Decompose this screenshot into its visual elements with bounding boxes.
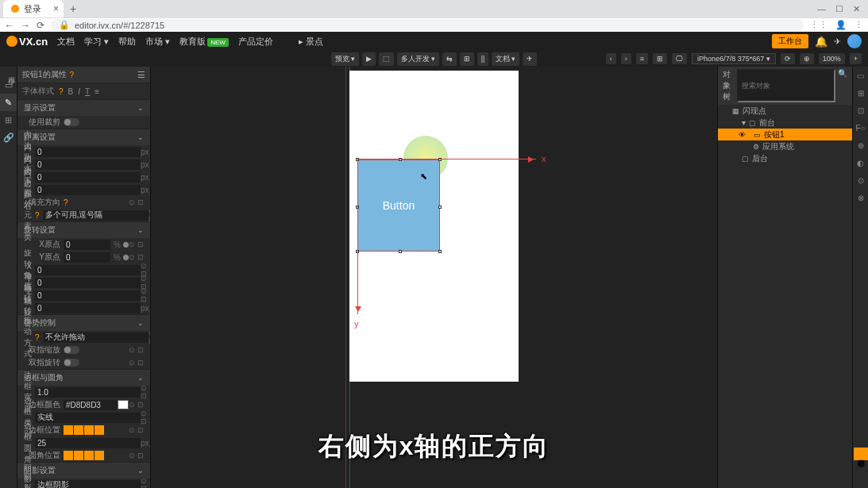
help-icon[interactable]: ? <box>35 333 40 342</box>
tree-node-frontend[interactable]: ▾▢前台 <box>718 117 852 129</box>
back-icon[interactable]: ← <box>5 20 14 31</box>
url-input[interactable]: 🔒 editor.ivx.cn/#/1228715 <box>51 19 804 31</box>
slider-x[interactable] <box>123 242 129 248</box>
input-border-type[interactable] <box>35 413 141 423</box>
input-shadow-type[interactable] <box>35 480 141 489</box>
toggle-twist[interactable] <box>64 359 79 367</box>
button-element[interactable]: Button <box>357 159 440 252</box>
section-distance[interactable]: 距离设置⌄ <box>17 129 150 145</box>
slider-y[interactable] <box>123 255 129 260</box>
rtool-8[interactable]: ⊗ <box>853 189 868 206</box>
bold-icon[interactable]: B <box>68 87 74 96</box>
play-icon[interactable]: ▶ <box>362 52 376 66</box>
help-icon[interactable]: ? <box>35 211 40 220</box>
input-rotate[interactable] <box>35 265 141 275</box>
bars-icon[interactable]: || <box>477 52 489 66</box>
paper-plane-icon[interactable]: ✈ <box>834 37 841 47</box>
tool-component[interactable]: ⊞ <box>0 111 17 129</box>
input-pad-left[interactable] <box>35 172 141 183</box>
input-x-origin[interactable] <box>64 240 110 250</box>
add-icon[interactable]: + <box>850 53 862 64</box>
bell-icon[interactable]: 🔔 <box>815 36 827 48</box>
app-logo[interactable]: VX.cn <box>6 36 48 48</box>
menu-help[interactable]: 帮助 <box>118 36 136 48</box>
rtool-1[interactable]: ▭ <box>853 67 868 84</box>
refresh-icon[interactable]: ⟳ <box>781 53 795 64</box>
menu-docs[interactable]: 文档 <box>57 36 75 48</box>
close-icon[interactable]: × <box>53 3 59 14</box>
target-icon[interactable]: ⊕ <box>800 53 814 64</box>
input-rot-y[interactable] <box>35 290 141 301</box>
help-center-button[interactable]: 帮助中心 <box>854 448 868 460</box>
rtool-2[interactable]: ⊞ <box>853 84 868 102</box>
section-rotate[interactable]: 旋转设置⌄ <box>17 221 150 238</box>
menu-market[interactable]: 市场 ▾ <box>145 36 170 48</box>
tree-node-button1[interactable]: 👁▭按钮1 <box>718 129 852 140</box>
input-pad-bottom[interactable] <box>35 159 141 170</box>
tool-select[interactable]: ▭ <box>0 76 17 94</box>
input-extra-class[interactable] <box>43 210 149 221</box>
input-rot-x[interactable] <box>35 278 141 288</box>
search-icon[interactable]: 🔍 <box>835 69 850 102</box>
input-y-origin[interactable] <box>64 252 110 263</box>
align-icon[interactable]: ≡ <box>636 53 648 64</box>
new-tab-button[interactable]: + <box>70 2 76 15</box>
section-border[interactable]: 边框与圆角⌄ <box>17 369 150 386</box>
docs-button[interactable]: 文档 ▾ <box>492 52 519 66</box>
rtool-3[interactable]: ⊡ <box>853 102 868 119</box>
nav-right-icon[interactable]: › <box>621 53 631 64</box>
help-icon[interactable]: ? <box>64 198 68 207</box>
grid-icon[interactable]: ⊞ <box>460 52 474 66</box>
zoom-display[interactable]: 100% <box>819 53 845 64</box>
maximize-icon[interactable]: ☐ <box>835 4 843 14</box>
extensions-icon[interactable]: ⋮⋮ <box>810 20 827 30</box>
nav-left-icon[interactable]: ‹ <box>606 53 616 64</box>
italic-icon[interactable]: I <box>78 87 80 96</box>
input-drag[interactable] <box>43 332 149 343</box>
hamburger-icon[interactable]: ☰ <box>137 70 145 80</box>
resize-handle[interactable] <box>399 250 402 253</box>
send-icon[interactable]: ✈ <box>523 52 537 66</box>
border-pos-group[interactable] <box>64 425 104 435</box>
avatar[interactable] <box>847 34 862 48</box>
input-rot-z[interactable] <box>35 303 141 313</box>
layout-icon[interactable]: ⊞ <box>653 53 667 64</box>
toggle-clip[interactable] <box>64 118 79 126</box>
help-icon[interactable]: ? <box>70 71 75 79</box>
menu-pricing[interactable]: 产品定价 <box>238 36 273 48</box>
rtool-5[interactable]: ⊕ <box>853 136 868 154</box>
underline-icon[interactable]: T <box>85 87 90 96</box>
input-border-w[interactable] <box>35 387 141 398</box>
section-gesture[interactable]: 手势控制⌄ <box>17 314 150 331</box>
canvas[interactable]: Button x y ⬉ <box>151 67 717 488</box>
menu-edu[interactable]: 教育版NEW <box>179 36 229 48</box>
browser-tab[interactable]: 登录 × <box>3 0 64 17</box>
tool-edit[interactable]: ✎ <box>0 94 17 111</box>
tree-node-system[interactable]: ⚙应用系统 <box>718 140 852 152</box>
swap-icon[interactable]: ⇆ <box>442 52 457 66</box>
input-pad-top[interactable] <box>35 147 141 157</box>
device-select[interactable]: iPhone6/7/8 375*667 ▾ <box>692 53 776 64</box>
tool-link[interactable]: 🔗 <box>0 129 17 146</box>
input-border-c[interactable] <box>64 400 118 410</box>
section-shadow[interactable]: 阴影设置⌄ <box>17 462 150 478</box>
rtool-4[interactable]: F○ <box>853 119 868 136</box>
close-window-icon[interactable]: ✕ <box>853 4 860 14</box>
rtool-7[interactable]: ⊙ <box>853 171 868 189</box>
stop-icon[interactable]: ⬚ <box>379 52 394 66</box>
artboard[interactable]: Button <box>349 71 519 382</box>
menu-learn[interactable]: 学习 ▾ <box>84 36 109 48</box>
tree-node-root[interactable]: ▦闪现点 <box>718 105 852 117</box>
resize-handle[interactable] <box>438 206 442 209</box>
align-icon[interactable]: ≡ <box>95 87 99 96</box>
tree-node-backend[interactable]: ▢后台 <box>718 152 852 164</box>
menu-spot[interactable]: ▸ 景点 <box>299 36 323 48</box>
minimize-icon[interactable]: — <box>817 4 826 14</box>
menu-icon[interactable]: ⋮ <box>854 20 863 30</box>
preview-button[interactable]: 预览 ▾ <box>331 52 359 66</box>
color-swatch[interactable] <box>118 400 129 409</box>
radius-pos-group[interactable] <box>64 451 104 460</box>
help-icon[interactable]: ? <box>59 87 64 96</box>
profile-icon[interactable]: 👤 <box>835 20 847 30</box>
toggle-pinch[interactable] <box>64 346 79 354</box>
